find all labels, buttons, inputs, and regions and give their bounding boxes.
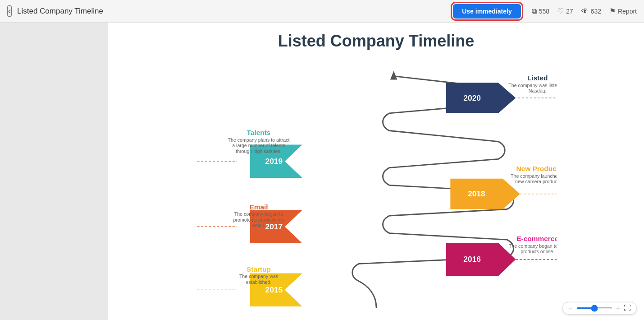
main-content: Listed Company Timeline 2020 2019 — [108, 23, 644, 320]
zoom-plus-button[interactable]: + — [616, 304, 620, 312]
svg-text:Talents: Talents — [247, 129, 270, 136]
svg-text:Email: Email — [249, 203, 268, 210]
eye-icon: 👁 — [581, 7, 589, 15]
svg-text:2019: 2019 — [265, 156, 283, 165]
zoom-slider[interactable] — [576, 307, 612, 309]
svg-text:Listed: Listed — [527, 74, 548, 82]
svg-text:promote its products via: promote its products via — [233, 217, 284, 222]
svg-text:The company plans to attract: The company plans to attract — [228, 137, 289, 142]
svg-text:New Product: New Product — [516, 165, 557, 172]
svg-text:The company began to sell: The company began to sell — [508, 243, 556, 248]
svg-text:2020: 2020 — [463, 93, 481, 102]
copies-stat: ⧉ 558 — [532, 7, 549, 15]
svg-text:E-commerce: E-commerce — [516, 235, 557, 242]
svg-text:The company was: The company was — [239, 274, 278, 279]
timeline-diagram: Listed Company Timeline 2020 2019 — [196, 32, 557, 311]
svg-text:Startup: Startup — [246, 265, 270, 273]
svg-text:established.: established. — [246, 279, 271, 284]
svg-text:products online.: products online. — [521, 249, 554, 254]
copies-count: 558 — [539, 8, 549, 15]
back-button[interactable]: ‹ — [7, 5, 12, 17]
svg-text:email.: email. — [252, 223, 265, 228]
svg-text:2017: 2017 — [265, 222, 283, 231]
svg-text:2015: 2015 — [265, 285, 283, 294]
report-label: Report — [618, 8, 637, 15]
svg-text:through high salaries.: through high salaries. — [236, 148, 282, 153]
heart-icon: ♡ — [557, 7, 564, 15]
svg-text:The company was listed on: The company was listed on — [508, 82, 557, 88]
svg-text:Nasdaq.: Nasdaq. — [528, 88, 546, 93]
likes-count: 27 — [566, 8, 573, 15]
svg-text:The company began to: The company began to — [234, 211, 283, 217]
zoom-minus-button[interactable]: − — [568, 304, 572, 312]
svg-text:The company launched a: The company launched a — [511, 173, 557, 178]
copy-icon: ⧉ — [532, 7, 537, 15]
diagram-title: Listed Company Timeline — [196, 32, 557, 51]
report-stat[interactable]: ⚑ Report — [609, 7, 637, 15]
sidebar — [0, 23, 108, 320]
canvas-area: Listed Company Timeline 2020 2019 — [108, 23, 644, 320]
views-stat: 👁 632 — [581, 7, 601, 15]
svg-text:new camera product.: new camera product. — [515, 179, 557, 184]
use-immediately-button[interactable]: Use immediately — [453, 4, 521, 19]
fullscreen-button[interactable]: ⛶ — [624, 304, 631, 312]
likes-stat: ♡ 27 — [557, 7, 573, 15]
svg-text:2018: 2018 — [467, 189, 485, 198]
header: ‹ Listed Company Timeline Use immediatel… — [0, 0, 644, 23]
header-stats: ⧉ 558 ♡ 27 👁 632 ⚑ Report — [532, 7, 637, 15]
bottom-toolbar: − + ⛶ — [562, 302, 637, 315]
page-title: Listed Company Timeline — [17, 7, 453, 16]
svg-text:2016: 2016 — [463, 255, 481, 264]
flag-icon: ⚑ — [609, 7, 616, 15]
svg-marker-0 — [390, 71, 397, 79]
views-count: 632 — [591, 8, 601, 15]
svg-text:a large number of talents: a large number of talents — [232, 143, 285, 148]
